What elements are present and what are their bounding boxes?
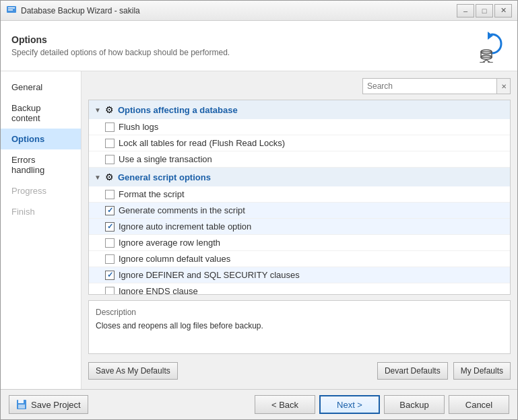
search-input[interactable]	[362, 78, 497, 94]
title-bar-icon	[6, 4, 17, 17]
option-lock-tables[interactable]: Lock all tables for read (Flush Read Loc…	[89, 135, 510, 151]
svg-rect-10	[488, 62, 493, 63]
back-button[interactable]: < Back	[255, 395, 315, 414]
option-ignore-ends[interactable]: Ignore ENDS clause	[89, 283, 510, 295]
collapse-arrow-icon: ▼	[94, 106, 101, 114]
sidebar-item-general[interactable]: General	[1, 77, 81, 98]
checkbox-ignore-definer[interactable]	[105, 271, 115, 280]
footer: Save Project < Back Next > Backup Cancel	[1, 389, 517, 419]
content: General Backup content Options Errors ha…	[1, 71, 517, 389]
maximize-button[interactable]: □	[476, 4, 493, 18]
checkbox-single-transaction[interactable]	[105, 155, 115, 164]
svg-rect-13	[18, 405, 25, 409]
checkbox-ignore-ends[interactable]	[105, 287, 115, 295]
close-button[interactable]: ✕	[494, 4, 512, 18]
svg-rect-9	[480, 62, 485, 63]
checkbox-generate-comments[interactable]	[105, 206, 115, 215]
checkbox-flush-logs[interactable]	[105, 123, 115, 132]
database-options-header[interactable]: ▼ ⚙ Options affecting a database	[89, 100, 510, 119]
header-title: Options	[11, 34, 230, 45]
script-options-header[interactable]: ▼ ⚙ General script options	[89, 168, 510, 186]
svg-marker-3	[488, 32, 493, 40]
collapse-arrow-script-icon: ▼	[94, 174, 101, 181]
header-icon	[473, 29, 507, 63]
footer-left: Save Project	[9, 395, 88, 414]
database-options-title: Options affecting a database	[118, 105, 238, 115]
save-as-defaults-button[interactable]: Save As My Defaults	[88, 362, 178, 380]
save-icon	[16, 399, 27, 410]
option-flush-logs[interactable]: Flush logs	[89, 119, 510, 135]
gear-script-icon: ⚙	[105, 172, 114, 182]
cancel-button[interactable]: Cancel	[449, 395, 509, 414]
footer-right: < Back Next > Backup Cancel	[255, 395, 509, 414]
option-ignore-col-defaults[interactable]: Ignore column default values	[89, 251, 510, 267]
my-defaults-button[interactable]: My Defaults	[453, 362, 511, 380]
search-bar: ✕	[88, 78, 511, 94]
description-text: Closes and reopens all log files before …	[96, 321, 503, 330]
svg-rect-5	[481, 52, 492, 57]
checkbox-format-script[interactable]	[105, 190, 115, 199]
checkbox-ignore-col-defaults[interactable]	[105, 254, 115, 264]
action-bar: Save As My Defaults Devart Defaults My D…	[88, 359, 511, 382]
option-single-transaction[interactable]: Use a single transaction	[89, 151, 510, 168]
option-format-script[interactable]: Format the script	[89, 186, 510, 203]
minimize-button[interactable]: –	[457, 4, 474, 18]
save-project-button[interactable]: Save Project	[9, 395, 88, 414]
header-text: Options Specify detailed options of how …	[11, 34, 230, 57]
script-options-title: General script options	[118, 172, 211, 182]
backup-button[interactable]: Backup	[384, 395, 445, 414]
checkbox-lock-tables[interactable]	[105, 139, 115, 148]
sidebar-item-options[interactable]: Options	[1, 129, 81, 149]
sidebar-item-backup-content[interactable]: Backup content	[1, 98, 81, 129]
option-ignore-avg-row[interactable]: Ignore average row length	[89, 235, 510, 251]
option-ignore-auto-increment[interactable]: Ignore auto increment table option	[89, 219, 510, 235]
svg-rect-12	[18, 400, 24, 403]
devart-defaults-button[interactable]: Devart Defaults	[377, 362, 448, 380]
next-button[interactable]: Next >	[319, 395, 380, 414]
option-ignore-definer[interactable]: Ignore DEFINER and SQL SECURITY clauses	[89, 267, 510, 283]
header-subtitle: Specify detailed options of how backup s…	[11, 48, 230, 57]
checkbox-ignore-auto-increment[interactable]	[105, 222, 115, 232]
header: Options Specify detailed options of how …	[1, 21, 517, 71]
option-generate-comments[interactable]: Generate comments in the script	[89, 203, 510, 219]
title-bar-buttons: – □ ✕	[457, 4, 512, 18]
svg-rect-1	[8, 7, 15, 9]
title-bar-text: Database Backup Wizard - sakila	[21, 6, 453, 15]
title-bar: Database Backup Wizard - sakila – □ ✕	[1, 1, 517, 21]
wizard-icon	[473, 29, 507, 63]
description-title: Description	[96, 308, 503, 317]
main-area: ✕ ▼ ⚙ Options affecting a database Flush…	[82, 71, 517, 389]
sidebar-item-finish: Finish	[1, 201, 81, 222]
svg-rect-2	[8, 9, 13, 11]
description-box: Description Closes and reopens all log f…	[88, 300, 511, 354]
checkbox-ignore-avg-row[interactable]	[105, 238, 115, 248]
sidebar-item-progress: Progress	[1, 180, 81, 201]
gear-icon: ⚙	[105, 104, 114, 115]
search-clear-button[interactable]: ✕	[497, 78, 511, 94]
sidebar: General Backup content Options Errors ha…	[1, 71, 82, 389]
main-window: Database Backup Wizard - sakila – □ ✕ Op…	[0, 0, 518, 420]
options-panel: ▼ ⚙ Options affecting a database Flush l…	[88, 100, 511, 295]
sidebar-item-errors-handling[interactable]: Errors handling	[1, 149, 81, 180]
